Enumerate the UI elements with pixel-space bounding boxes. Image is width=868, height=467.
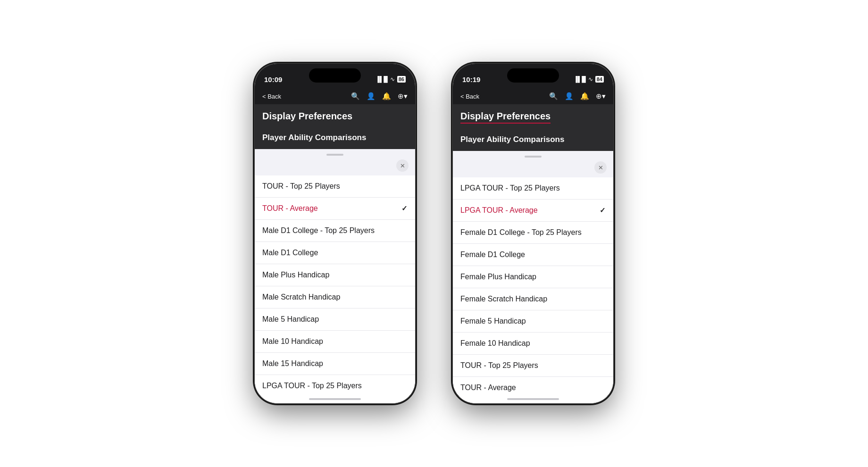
page-header-2: Display Preferences <box>453 104 613 130</box>
item-label: Male D1 College <box>262 249 318 257</box>
list-item[interactable]: Female 5 Handicap <box>453 310 613 333</box>
tab-underline-2: Display Preferences <box>460 111 551 124</box>
list-item[interactable]: TOUR - Top 25 Players <box>255 175 415 198</box>
screen-1: 10:09 ▐▌█ ∿ 86 < Back 🔍 👤 🔔 ⊕▾ <box>255 64 415 403</box>
check-icon: ✓ <box>401 204 408 213</box>
item-label: LPGA TOUR - Average <box>460 206 538 215</box>
signal-icon-1: ▐▌█ <box>376 76 388 83</box>
item-label: TOUR - Average <box>460 384 516 392</box>
person-icon-2[interactable]: 👤 <box>565 92 574 100</box>
item-label: Female Plus Handicap <box>460 273 536 281</box>
item-label: Female Scratch Handicap <box>460 295 547 303</box>
screen-2: 10:19 ▐▌█ ∿ 84 < Back 🔍 👤 🔔 ⊕▾ <box>453 64 613 403</box>
dynamic-island-2 <box>507 68 559 83</box>
item-label: TOUR - Top 25 Players <box>262 182 340 191</box>
list-item[interactable]: Male 10 Handicap <box>255 331 415 353</box>
search-icon-1[interactable]: 🔍 <box>351 92 360 100</box>
sheet-handle-2 <box>525 156 542 158</box>
list-item[interactable]: Female D1 College <box>453 244 613 266</box>
item-label: TOUR - Average <box>262 204 318 213</box>
item-label: Male 5 Handicap <box>262 315 319 324</box>
list-item[interactable]: Male D1 College <box>255 242 415 264</box>
nav-bar-2: < Back 🔍 👤 🔔 ⊕▾ <box>453 88 613 104</box>
item-label: Female D1 College <box>460 250 525 259</box>
list-item[interactable]: LPGA TOUR - Average✓ <box>453 200 613 222</box>
page-header-1: Display Preferences <box>255 104 415 128</box>
list-item[interactable]: LPGA TOUR - Top 25 Players <box>255 375 415 395</box>
list-item[interactable]: Male 5 Handicap <box>255 309 415 331</box>
home-indicator-2 <box>453 395 613 403</box>
list-item[interactable]: Female Scratch Handicap <box>453 288 613 310</box>
item-label: Male Scratch Handicap <box>262 293 340 301</box>
list-item[interactable]: Female Plus Handicap <box>453 266 613 288</box>
sheet-handle-row-2 <box>453 151 613 161</box>
bottom-sheet-1: ✕ TOUR - Top 25 PlayersTOUR - Average✓Ma… <box>255 149 415 395</box>
nav-actions-1: 🔍 👤 🔔 ⊕▾ <box>351 92 408 100</box>
back-button-2[interactable]: < Back <box>460 93 479 100</box>
bell-icon-1[interactable]: 🔔 <box>382 92 391 100</box>
list-item[interactable]: TOUR - Average✓ <box>255 198 415 220</box>
list-item[interactable]: TOUR - Average <box>453 377 613 395</box>
signal-icon-2: ▐▌█ <box>574 76 586 83</box>
list-item[interactable]: Male Scratch Handicap <box>255 286 415 309</box>
list-item[interactable]: Male Plus Handicap <box>255 264 415 286</box>
sheet-handle-1 <box>326 154 343 156</box>
item-label: Female D1 College - Top 25 Players <box>460 228 582 237</box>
home-bar-2 <box>507 398 559 400</box>
sheet-list-1: TOUR - Top 25 PlayersTOUR - Average✓Male… <box>255 175 415 395</box>
status-icons-2: ▐▌█ ∿ 84 <box>574 76 604 83</box>
sheet-handle-row-1 <box>255 149 415 159</box>
page-header-title-2: Display Preferences <box>460 111 551 122</box>
status-time-1: 10:09 <box>264 75 282 83</box>
battery-icon-1: 86 <box>397 76 406 83</box>
sheet-close-row-2: ✕ <box>453 161 613 177</box>
section-title-1: Player Ability Comparisons <box>262 133 408 142</box>
item-label: Male D1 College - Top 25 Players <box>262 226 375 235</box>
phone-2-device: 10:19 ▐▌█ ∿ 84 < Back 🔍 👤 🔔 ⊕▾ <box>453 64 613 403</box>
list-item[interactable]: Male 15 Handicap <box>255 353 415 375</box>
wifi-icon-2: ∿ <box>588 76 593 83</box>
person-icon-1[interactable]: 👤 <box>367 92 376 100</box>
item-label: Male 10 Handicap <box>262 337 323 346</box>
section-header-1: Player Ability Comparisons <box>255 128 415 149</box>
list-item[interactable]: Male D1 College - Top 25 Players <box>255 220 415 242</box>
section-title-2: Player Ability Comparisons <box>460 135 606 144</box>
list-item[interactable]: TOUR - Top 25 Players <box>453 355 613 377</box>
status-time-2: 10:19 <box>462 75 480 83</box>
phone-1: 10:09 ▐▌█ ∿ 86 < Back 🔍 👤 🔔 ⊕▾ <box>255 64 415 403</box>
list-item[interactable]: LPGA TOUR - Top 25 Players <box>453 177 613 200</box>
check-icon: ✓ <box>600 206 606 215</box>
back-button-1[interactable]: < Back <box>262 93 281 100</box>
nav-actions-2: 🔍 👤 🔔 ⊕▾ <box>549 92 606 100</box>
item-label: Female 5 Handicap <box>460 317 526 325</box>
item-label: TOUR - Top 25 Players <box>460 361 538 370</box>
list-item[interactable]: Female D1 College - Top 25 Players <box>453 222 613 244</box>
close-button-2[interactable]: ✕ <box>594 161 607 174</box>
phone-2: 10:19 ▐▌█ ∿ 84 < Back 🔍 👤 🔔 ⊕▾ <box>453 64 613 403</box>
item-label: LPGA TOUR - Top 25 Players <box>460 184 560 192</box>
home-indicator-1 <box>255 395 415 403</box>
plus-icon-1[interactable]: ⊕▾ <box>398 92 408 100</box>
item-label: Male Plus Handicap <box>262 271 329 279</box>
list-item[interactable]: Female 10 Handicap <box>453 333 613 355</box>
item-label: LPGA TOUR - Top 25 Players <box>262 382 362 390</box>
sheet-close-row-1: ✕ <box>255 159 415 175</box>
page-header-title-1: Display Preferences <box>262 111 408 122</box>
close-button-1[interactable]: ✕ <box>396 159 409 172</box>
section-header-2: Player Ability Comparisons <box>453 130 613 151</box>
wifi-icon-1: ∿ <box>390 76 395 83</box>
dynamic-island-1 <box>309 68 361 83</box>
home-bar-1 <box>309 398 361 400</box>
bottom-sheet-2: ✕ LPGA TOUR - Top 25 PlayersLPGA TOUR - … <box>453 151 613 395</box>
phone-1-device: 10:09 ▐▌█ ∿ 86 < Back 🔍 👤 🔔 ⊕▾ <box>255 64 415 403</box>
plus-icon-2[interactable]: ⊕▾ <box>596 92 606 100</box>
search-icon-2[interactable]: 🔍 <box>549 92 558 100</box>
battery-icon-2: 84 <box>595 76 604 83</box>
bell-icon-2[interactable]: 🔔 <box>580 92 589 100</box>
nav-bar-1: < Back 🔍 👤 🔔 ⊕▾ <box>255 88 415 104</box>
status-icons-1: ▐▌█ ∿ 86 <box>376 76 406 83</box>
item-label: Male 15 Handicap <box>262 359 323 368</box>
sheet-list-2: LPGA TOUR - Top 25 PlayersLPGA TOUR - Av… <box>453 177 613 395</box>
item-label: Female 10 Handicap <box>460 339 530 348</box>
